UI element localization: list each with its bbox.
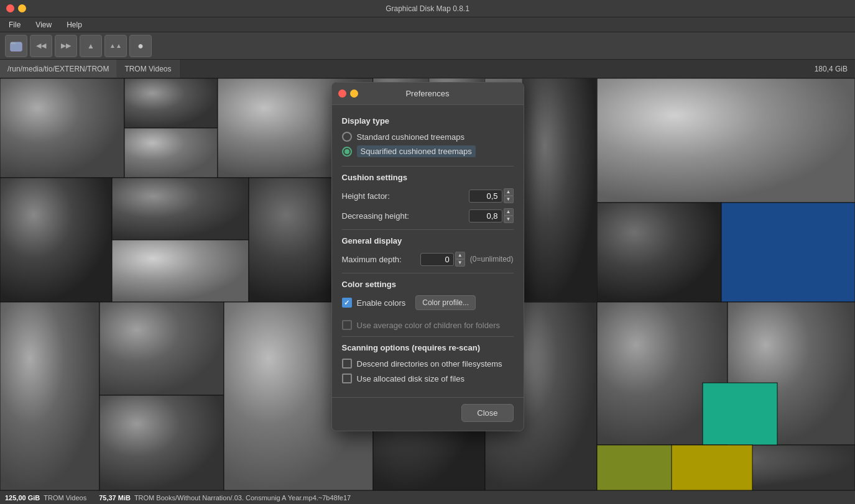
window-controls (6, 4, 26, 12)
svg-rect-5 (124, 128, 218, 178)
svg-rect-18 (597, 78, 855, 203)
max-depth-row: Maximum depth: ▲ ▼ (0=unlimited) (342, 252, 514, 267)
allocated-size-label: Use allocated disk size of files (357, 374, 464, 383)
enable-colors-checkbox[interactable] (342, 298, 352, 308)
main-area: Preferences Display type Standard cushio… (0, 78, 855, 490)
max-depth-input-box: ▲ ▼ (0=unlimited) (420, 252, 514, 267)
svg-rect-4 (124, 78, 218, 128)
menu-file[interactable]: File (5, 19, 24, 30)
title-bar: Graphical Disk Map 0.8.1 (0, 0, 855, 17)
svg-rect-9 (112, 240, 249, 302)
status-bar: 125,00 GiB TROM Videos 75,37 MiB TROM Bo… (0, 490, 855, 504)
decreasing-height-input-box: ▲ ▼ (469, 208, 514, 223)
scanning-options-label: Scanning options (requires re-scan) (342, 343, 514, 352)
separator-4 (342, 336, 514, 337)
dialog-title: Preferences (405, 89, 449, 98)
height-factor-up[interactable]: ▲ (504, 188, 514, 196)
height-factor-spinbox: ▲ ▼ (504, 188, 514, 203)
height-factor-row: Height factor: ▲ ▼ (342, 188, 514, 203)
height-factor-label: Height factor: (342, 191, 469, 201)
path-root[interactable]: /run/media/tio/EXTERN/TROM (0, 60, 117, 78)
svg-rect-13 (99, 395, 224, 490)
svg-rect-26 (672, 445, 752, 490)
decreasing-height-input[interactable] (469, 209, 502, 222)
back-button[interactable]: ◀◀ (30, 35, 52, 57)
decreasing-height-down[interactable]: ▼ (504, 216, 514, 223)
svg-rect-7 (0, 178, 112, 302)
decreasing-height-spinbox: ▲ ▼ (504, 208, 514, 223)
descend-dirs-row[interactable]: Descend directories on other filesystems (342, 359, 514, 369)
avg-color-checkbox[interactable] (342, 320, 352, 330)
max-depth-label: Maximum depth: (342, 255, 420, 264)
preferences-dialog: Preferences Display type Standard cushio… (331, 82, 524, 431)
separator-2 (342, 229, 514, 230)
menu-view[interactable]: View (32, 19, 55, 30)
open-button[interactable] (5, 35, 27, 57)
display-type-label: Display type (342, 116, 514, 126)
dialog-controls (338, 89, 358, 98)
max-depth-spinbox: ▲ ▼ (455, 252, 465, 267)
dialog-titlebar: Preferences (332, 83, 524, 105)
preferences-close-button[interactable]: Close (461, 404, 513, 422)
menu-bar: File View Help (0, 17, 855, 32)
dialog-footer: Close (332, 397, 524, 431)
svg-rect-8 (112, 178, 249, 240)
svg-rect-1 (11, 44, 22, 51)
forward-button[interactable]: ▶▶ (55, 35, 77, 57)
enable-colors-checkbox-row[interactable]: Enable colors Color profile... (342, 295, 476, 310)
avg-color-label: Use average color of children for folder… (357, 321, 501, 330)
allocated-size-row[interactable]: Use allocated disk size of files (342, 373, 514, 383)
svg-rect-3 (0, 78, 124, 178)
max-depth-up[interactable]: ▲ (455, 252, 465, 259)
avg-color-row: Use average color of children for folder… (342, 320, 514, 330)
radio-standard[interactable] (342, 132, 352, 142)
decreasing-height-row: Decreasing height: ▲ ▼ (342, 208, 514, 223)
path-size: 180,4 GiB (815, 65, 855, 73)
svg-rect-2 (11, 42, 16, 44)
descend-dirs-checkbox[interactable] (342, 359, 352, 369)
dialog-minimize-button[interactable] (350, 89, 358, 98)
color-profile-button[interactable]: Color profile... (415, 295, 476, 310)
general-display-label: General display (342, 236, 514, 245)
color-settings-label: Color settings (342, 280, 514, 289)
svg-rect-24 (703, 383, 777, 445)
app-title: Graphical Disk Map 0.8.1 (386, 4, 469, 13)
decreasing-height-label: Decreasing height: (342, 211, 469, 221)
status-size-2: 75,37 MiB (99, 494, 131, 502)
max-depth-hint: (0=unlimited) (470, 255, 514, 263)
svg-rect-11 (0, 302, 99, 490)
height-factor-input-box: ▲ ▼ (469, 188, 514, 203)
dialog-body: Display type Standard cushioned treemaps… (332, 105, 524, 397)
status-item-2: 75,37 MiB TROM Books/Without Narration/.… (99, 494, 351, 502)
menu-help[interactable]: Help (63, 19, 86, 30)
status-size-1: 125,00 GiB (5, 494, 40, 502)
path-current[interactable]: TROM Videos (117, 60, 179, 78)
height-factor-input[interactable] (469, 190, 502, 203)
minimize-window-button[interactable] (18, 4, 26, 12)
enable-colors-label: Enable colors (357, 298, 406, 308)
radio-squarified[interactable] (342, 147, 352, 157)
decreasing-height-up[interactable]: ▲ (504, 208, 514, 216)
status-label-2: TROM Books/Without Narration/.03. Consmu… (134, 494, 351, 502)
up-button[interactable]: ▲ (80, 35, 102, 57)
radio-squarified-row[interactable]: Squarified cushioned treemaps (342, 145, 514, 157)
status-item-1: 125,00 GiB TROM Videos (5, 494, 86, 502)
close-window-button[interactable] (6, 4, 14, 12)
dialog-close-button[interactable] (338, 89, 346, 98)
height-factor-down[interactable]: ▼ (504, 196, 514, 203)
svg-rect-19 (597, 203, 721, 302)
allocated-size-checkbox[interactable] (342, 373, 352, 383)
display-type-group: Standard cushioned treemaps Squarified c… (342, 132, 514, 157)
scan-button[interactable]: ● (129, 35, 152, 57)
max-depth-down[interactable]: ▼ (455, 259, 465, 267)
cushion-settings-label: Cushion settings (342, 173, 514, 182)
svg-rect-12 (99, 302, 224, 395)
toolbar: ◀◀ ▶▶ ▲ ▲▲ ● (0, 32, 855, 60)
separator-3 (342, 273, 514, 273)
radio-standard-row[interactable]: Standard cushioned treemaps (342, 132, 514, 142)
enable-colors-row: Enable colors Color profile... (342, 295, 514, 315)
up2-button[interactable]: ▲▲ (104, 35, 127, 57)
max-depth-input[interactable] (420, 253, 454, 266)
svg-rect-32 (522, 78, 597, 302)
radio-standard-label: Standard cushioned treemaps (357, 132, 464, 142)
